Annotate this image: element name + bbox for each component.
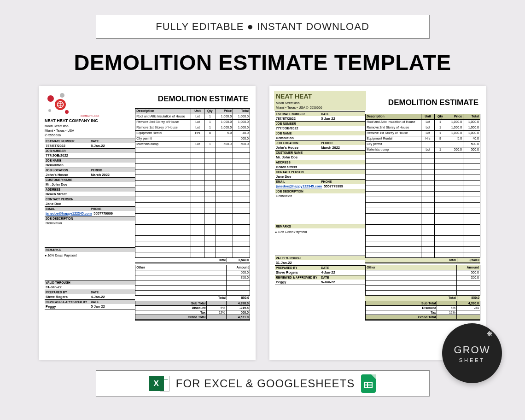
email-link[interactable]: janedoe@happy122345.com [45,211,93,216]
table-row: Equipment RentalHrs85.040.0 [366,136,480,142]
table-row: City permit500.0 [366,142,480,147]
logo-text: COMPANY LOGO [45,115,135,117]
table-row: Remove 1st Storey of HouseLot11,000.01,0… [366,131,480,136]
table-row: Roof and Attic Insulation of HouseLot11,… [135,114,250,120]
company-addr2: Miami • Texas • USA [45,129,135,132]
table-row: Remove 2nd Storey of HouseLot11,000.01,0… [135,120,250,125]
excel-icon: X [149,374,169,393]
remark-item: ● 10% Down Payment [45,254,135,257]
company-addr1: Moon Street #55 [276,101,364,105]
sheet-title: DEMOLITION ESTIMATE [365,92,480,114]
sheet-right: NEAT HEAT Moon Street #55 Miami • Texas … [269,86,486,360]
company-addr2: Miami • Texas • USA ✆ 5556666 [276,106,364,110]
sheet-title: DEMOLITION ESTIMATE [135,92,250,108]
company-name: NEAT HEAT COMPANY INC [45,118,135,123]
sheet-left: COMPANY LOGO NEAT HEAT COMPANY INC Moon … [39,86,256,360]
table-row: Remove 1st Storey of HouseLot11,000.01,0… [135,125,250,131]
items-table: DescriptionUnitQtyPriceTotal Roof and At… [365,114,480,258]
bottom-banner: X FOR EXCEL & GOOGLESHEETS [96,370,430,397]
table-row: Remove 2nd Storey of HouseLot11,000.01,0… [366,125,480,131]
googlesheets-icon [361,374,376,393]
table-row: City permit500.0 [135,136,250,142]
flower-icon: ❋ [487,330,493,338]
company-addr3: ✆ 5556666 [45,134,135,137]
company-logo [45,92,72,115]
email-link[interactable]: janedoe@happy122345.com [275,184,323,189]
main-title: DEMOLITION ESTIMATE TEMPLATE [0,50,525,75]
table-row: Materials dumpLot1500.0500.0 [135,142,250,147]
table-row: Materials dumpLot1500.0500.0 [366,147,480,153]
items-table: DescriptionUnitQtyPriceTotal Roof and At… [135,108,250,258]
company-name: NEAT HEAT [276,93,364,100]
remark-item: ● 10% Down Payment [275,230,365,233]
company-addr1: Moon Street #55 [45,124,135,128]
sheets-container: COMPANY LOGO NEAT HEAT COMPANY INC Moon … [0,86,525,360]
grow-badge: ❋ GROW SHEET [442,323,502,383]
table-row: Equipment RentalHrs85.040.0 [135,131,250,136]
top-banner: FULLY EDITABLE ● INSTANT DOWNLOAD [96,15,430,39]
table-row: Roof and Attic Insulation of HouseLot11,… [366,120,480,125]
